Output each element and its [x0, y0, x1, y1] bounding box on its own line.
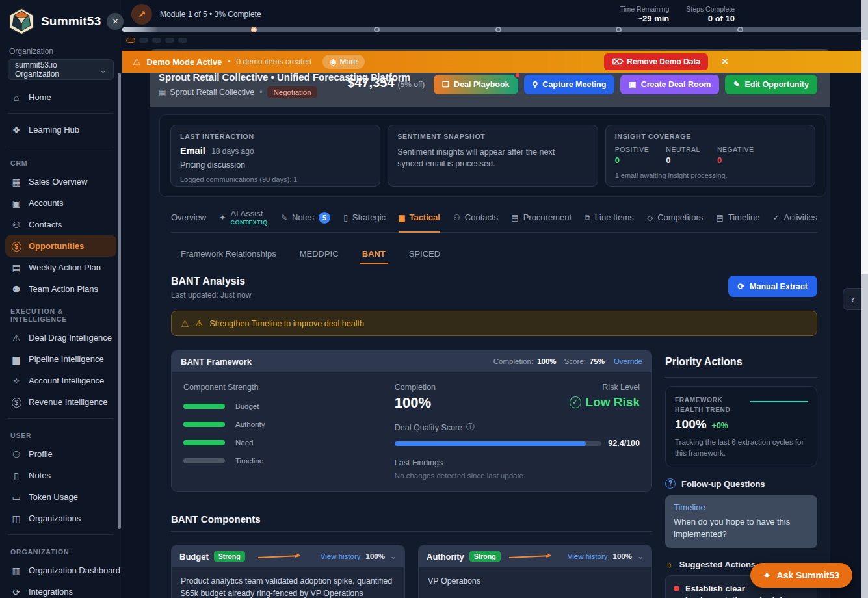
- tab-procurement[interactable]: ▤ Procurement: [511, 203, 572, 232]
- ask-summit53-button[interactable]: ✦ Ask Summit53: [750, 563, 852, 588]
- view-history-link[interactable]: View history: [321, 552, 361, 560]
- book-icon: ❐: [442, 80, 449, 89]
- sidebar-item-notes[interactable]: ▯ Notes: [5, 465, 116, 486]
- sidebar-close-button[interactable]: ×: [107, 13, 124, 30]
- chevron-down-icon[interactable]: ⌄: [390, 552, 397, 561]
- tab-contacts[interactable]: ⚇ Contacts: [453, 203, 498, 232]
- step-pill[interactable]: [152, 38, 161, 43]
- demo-more-button[interactable]: ◉ More: [322, 55, 365, 69]
- close-icon: ×: [722, 55, 728, 68]
- sidebar-section-crm: CRM: [5, 151, 116, 171]
- window-scrollbar[interactable]: [861, 0, 868, 598]
- subtab-framework-relationships[interactable]: Framework Relationships: [181, 240, 276, 266]
- step-pill-current[interactable]: [126, 38, 135, 43]
- pencil-icon: ✎: [281, 213, 287, 222]
- remove-demo-data-button[interactable]: ⌦ Remove Demo Data: [604, 53, 708, 70]
- sidebar-item-organization-dashboard[interactable]: ▥ Organization Dashboard: [5, 560, 116, 581]
- module-progress-fill: [122, 27, 159, 32]
- notes-count-badge: 5: [319, 212, 330, 224]
- sparkles-icon: ✦: [219, 213, 226, 222]
- bar-chart-icon: ▆: [399, 213, 404, 222]
- component-percent: 100%: [366, 552, 385, 560]
- tab-activities[interactable]: ✓ Activities: [773, 203, 817, 232]
- warning-text: Strengthen Timeline to improve deal heal…: [209, 319, 364, 328]
- edit-opportunity-button[interactable]: ✎ Edit Opportunity: [725, 75, 817, 94]
- opportunity-title: Sprout Retail Collective • Unified Forec…: [159, 72, 347, 83]
- insight-coverage-card: INSIGHT COVERAGE POSITIVE 0 NEUTRAL 0 NE…: [605, 125, 815, 187]
- module-topbar: ↗ Module 1 of 5 • 3% Complete Time Remai…: [122, 0, 868, 29]
- step-pill[interactable]: [139, 38, 148, 43]
- sidebar-item-label: Weekly Action Plan: [29, 263, 101, 272]
- completion-big-value: 100%: [395, 395, 436, 411]
- deal-playbook-button[interactable]: ❐ Deal Playbook: [434, 75, 518, 94]
- card-title: INSIGHT COVERAGE: [615, 133, 806, 140]
- insight-footer: 1 email awaiting insight processing.: [615, 172, 806, 179]
- deal-quality-bar: [395, 441, 602, 446]
- sidebar-item-home[interactable]: ⌂ Home: [5, 86, 116, 108]
- demo-banner-close-button[interactable]: ×: [722, 55, 728, 68]
- create-deal-room-button[interactable]: ▣ Create Deal Room: [620, 75, 719, 94]
- sidebar-item-sales-overview[interactable]: ▦ Sales Overview: [5, 171, 116, 192]
- sidebar-item-deal-drag-intelligence[interactable]: ⚠ Deal Drag Intelligence: [5, 327, 116, 348]
- warning-triangle-icon: ⚠: [133, 57, 141, 67]
- tab-notes[interactable]: ✎ Notes 5: [281, 203, 330, 232]
- sentiment-snapshot-card: SENTIMENT SNAPSHOT Sentiment insights wi…: [388, 125, 598, 187]
- sidebar-item-integrations[interactable]: ⟳ Integrations: [5, 581, 116, 598]
- organization-select[interactable]: summit53.io Organization ⌄: [8, 59, 114, 80]
- trend-line-icon: [750, 401, 808, 402]
- sidebar-item-profile[interactable]: ⚆ Profile: [5, 443, 116, 465]
- sidebar-item-revenue-intelligence[interactable]: $ Revenue Intelligence: [5, 391, 116, 413]
- component-card-authority: Authority Strong View history 100% ⌄ VP …: [418, 545, 652, 598]
- app-name: Summit53: [41, 14, 101, 29]
- time-remaining-label: Time Remaining: [620, 5, 669, 13]
- separator-dot: •: [259, 88, 262, 97]
- bant-components-heading: BANT Components: [171, 514, 652, 532]
- tab-ai-assist[interactable]: ✦ AI Assist CONTEXTIQ: [219, 203, 267, 232]
- sidebar-item-weekly-action-plan[interactable]: ▤ Weekly Action Plan: [5, 257, 116, 278]
- tab-strategic[interactable]: ▯ Strategic: [343, 203, 386, 232]
- trending-up-icon: ↗: [138, 8, 146, 20]
- sidebar-item-contacts[interactable]: ⚇ Contacts: [5, 214, 116, 235]
- tab-tactical[interactable]: ▆ Tactical: [399, 203, 440, 232]
- subtab-spiced[interactable]: SPICED: [409, 240, 440, 266]
- followup-question-card[interactable]: Timeline When do you hope to have this i…: [665, 495, 817, 548]
- sidebar-nav: ⌂ Home ❖ Learning Hub CRM ▦ Sales Overvi…: [0, 80, 122, 598]
- bant-analysis-header: BANT Analysis Last updated: Just now ⟳ M…: [171, 276, 817, 300]
- steps-complete-label: Steps Complete: [686, 5, 735, 13]
- sidebar-item-accounts[interactable]: ▣ Accounts: [5, 192, 116, 214]
- collapse-panel-button[interactable]: ‹: [843, 288, 862, 310]
- sidebar-item-pipeline-intelligence[interactable]: ▆ Pipeline Intelligence: [5, 348, 116, 370]
- sidebar-scrollbar[interactable]: [118, 73, 121, 529]
- chevron-down-icon[interactable]: ⌄: [637, 552, 644, 561]
- override-link[interactable]: Override: [614, 358, 642, 365]
- clipboard-icon: ▤: [511, 213, 518, 222]
- sidebar-item-organizations[interactable]: ◫ Organizations: [5, 508, 116, 529]
- tab-overview[interactable]: Overview: [171, 203, 206, 232]
- sidebar-item-label: Pipeline Intelligence: [29, 354, 104, 364]
- score-label: Score:: [564, 358, 586, 365]
- sidebar-item-token-usage[interactable]: ▭ Token Usage: [5, 486, 116, 508]
- sidebar-item-team-action-plans[interactable]: ⚉ Team Action Plans: [5, 278, 116, 300]
- tab-line-items[interactable]: ⧉ Line Items: [585, 203, 634, 232]
- capture-meeting-button[interactable]: ⚲ Capture Meeting: [524, 75, 615, 94]
- framework-card-title: BANT Framework: [181, 357, 252, 367]
- step-pill[interactable]: [178, 38, 187, 43]
- scrollbar-thumb[interactable]: [861, 40, 868, 274]
- subtab-bant[interactable]: BANT: [362, 240, 386, 266]
- sidebar-item-learning-hub[interactable]: ❖ Learning Hub: [5, 119, 116, 140]
- tab-timeline[interactable]: ▤ Timeline: [716, 203, 759, 232]
- building-icon: ◫: [10, 514, 22, 524]
- subtab-meddpic[interactable]: MEDDPIC: [300, 240, 339, 266]
- sidebar-item-account-intelligence[interactable]: ✧ Account Intelligence: [5, 370, 116, 391]
- question-text: When do you hope to have this implemente…: [674, 516, 809, 541]
- tab-competitors[interactable]: ◇ Competitors: [647, 203, 703, 232]
- manual-extract-button[interactable]: ⟳ Manual Extract: [728, 276, 817, 297]
- risk-level-label: Risk Level: [570, 383, 640, 392]
- sidebar-item-opportunities[interactable]: $ Opportunities: [5, 235, 116, 257]
- view-history-link[interactable]: View history: [568, 552, 608, 560]
- interaction-type: Email: [180, 146, 205, 156]
- warning-triangle-outline-icon: ⚠: [181, 318, 189, 329]
- summary-panel: LAST INTERACTION Email 18 days ago Prici…: [159, 114, 826, 197]
- step-pill[interactable]: [165, 38, 174, 43]
- calendar-icon: ▤: [10, 263, 22, 273]
